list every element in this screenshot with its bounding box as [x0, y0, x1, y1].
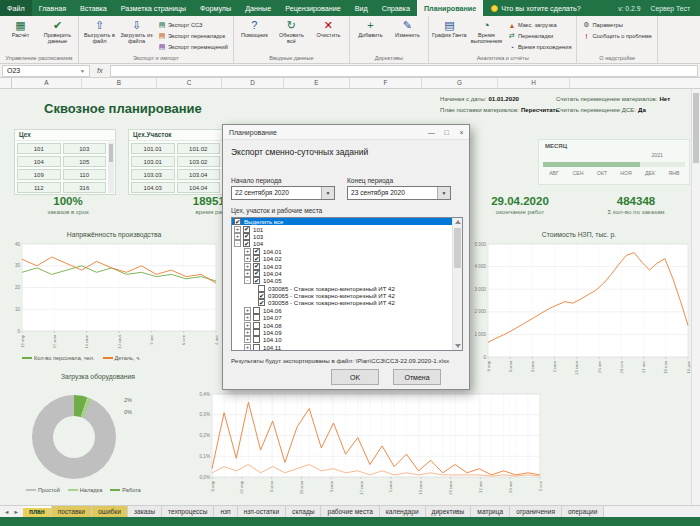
start-period-select[interactable]: 22 сентября 2020 ▼	[231, 186, 335, 200]
timeline-month-1[interactable]: СЕН	[567, 170, 589, 176]
ok-button[interactable]: OK	[331, 369, 379, 385]
expand-toggle-icon[interactable]: +	[244, 344, 251, 350]
expand-toggle-icon[interactable]: +	[244, 329, 251, 336]
tree-item-0[interactable]: Выделить все	[232, 218, 452, 225]
checkbox[interactable]	[253, 277, 260, 284]
column-header-A[interactable]: A	[12, 78, 82, 88]
sheet-tab-ошибки[interactable]: ошибки	[92, 506, 128, 517]
slicer-cell[interactable]: 101	[17, 143, 61, 154]
expand-toggle-icon[interactable]: +	[244, 263, 251, 270]
ribbon-tab-6[interactable]: Рецензирование	[278, 0, 348, 16]
slicer-cell[interactable]: 101.01	[131, 143, 175, 154]
ribbon-tab-9[interactable]: Планирование	[417, 0, 483, 16]
ribbon-tab-7[interactable]: Вид	[348, 0, 375, 16]
slicer-cell[interactable]: 104	[17, 156, 61, 167]
slicer-cell[interactable]: 103.03	[131, 169, 175, 180]
expand-toggle-icon[interactable]: +	[244, 248, 251, 255]
month-timeline-slicer[interactable]: МЕСЯЦ2021АВГСЕНОКТНОЯДЕКЯНВ	[538, 139, 690, 185]
expand-toggle-icon[interactable]: +	[244, 270, 251, 277]
sheet-tab-ограничения[interactable]: ограничения	[510, 506, 562, 517]
ribbon-button-2-2[interactable]: ✕Очистить	[311, 17, 346, 54]
close-icon[interactable]: ×	[454, 125, 469, 140]
timeline-track[interactable]	[543, 162, 685, 167]
ribbon-button-4-3[interactable]: ⇄Переналадки	[506, 31, 574, 41]
sheet-tab-директивы[interactable]: директивы	[426, 506, 472, 517]
expand-toggle-icon[interactable]: +	[234, 226, 241, 233]
tree-item-8[interactable]: -104.05	[232, 277, 452, 284]
expand-toggle-icon[interactable]: -	[244, 277, 251, 284]
slicer-cell[interactable]: 109	[17, 169, 61, 180]
tree-item-10[interactable]: 030065 - Станок токарно-винторезный ИТ 4…	[232, 292, 452, 299]
ribbon-button-1-2[interactable]: ▤Экспорт ССЗ	[156, 20, 230, 30]
slicer-cell[interactable]: 103.01	[131, 156, 175, 167]
chevron-down-icon[interactable]: ▼	[321, 187, 334, 199]
column-header-D[interactable]: D	[222, 78, 284, 88]
column-header-G[interactable]: G	[422, 78, 498, 88]
ribbon-button-2-1[interactable]: ↻Обновить всё	[274, 17, 309, 54]
slicer-cell[interactable]: 103.02	[177, 156, 221, 167]
ribbon-button-1-1[interactable]: ⇩Загрузить из файла	[119, 17, 154, 54]
sheet-nav-right-icon[interactable]: ►	[13, 509, 18, 515]
expand-toggle-icon[interactable]: +	[234, 233, 241, 240]
ribbon-button-4-0[interactable]: ▤График Ганта	[432, 17, 467, 54]
ribbon-tab-2[interactable]: Вставка	[73, 0, 114, 16]
tree-item-3[interactable]: -104	[232, 240, 452, 247]
ribbon-tab-3[interactable]: Разметка страницы	[114, 0, 193, 16]
slicer-scrollbar[interactable]	[108, 142, 114, 193]
vertical-scrollbar[interactable]	[691, 89, 700, 505]
ribbon-tab-0[interactable]: Файл	[0, 0, 32, 16]
expand-toggle-icon[interactable]: +	[244, 314, 251, 321]
tree-item-2[interactable]: +103	[232, 233, 452, 240]
sheet-tab-поставки[interactable]: поставки	[52, 506, 92, 517]
ribbon-tab-5[interactable]: Данные	[238, 0, 278, 16]
sheet-tab-заказы[interactable]: заказы	[128, 506, 162, 517]
tree-item-7[interactable]: +104.04	[232, 270, 452, 277]
chevron-down-icon[interactable]: ▼	[437, 187, 450, 199]
sheet-tab-матрица[interactable]: матрица	[471, 506, 510, 517]
ribbon-button-4-4[interactable]: ◔Время прохождения	[506, 42, 574, 52]
ribbon-tab-8[interactable]: Справка	[375, 0, 417, 16]
end-period-select[interactable]: 23 сентября 2020 ▼	[347, 186, 451, 200]
slicer-cell[interactable]: 104.04	[177, 182, 221, 193]
ribbon-button-4-2[interactable]: ▲Макс. загрузка	[506, 20, 574, 30]
timeline-month-0[interactable]: АВГ	[543, 170, 565, 176]
sheet-tab-склады[interactable]: склады	[286, 506, 321, 517]
timeline-month-2[interactable]: ОКТ	[591, 170, 613, 176]
slicer-cell[interactable]: 112	[17, 182, 61, 193]
slicer-cell[interactable]: 104.03	[131, 182, 175, 193]
scrollbar-thumb[interactable]	[693, 93, 699, 163]
ribbon-button-0-0[interactable]: ▦Расчёт	[3, 17, 38, 54]
expand-toggle-icon[interactable]: +	[244, 322, 251, 329]
slicer-cell[interactable]: 103	[63, 143, 107, 154]
slicer-cell[interactable]: 101.02	[177, 143, 221, 154]
checkbox[interactable]	[258, 299, 265, 306]
tree-item-12[interactable]: +104.06	[232, 307, 452, 314]
timeline-month-5[interactable]: ЯНВ	[663, 170, 685, 176]
ribbon-button-5-0[interactable]: ⚙Параметры	[580, 20, 653, 30]
tree-item-9[interactable]: 030085 - Станок токарно-винторезный ИТ 4…	[232, 285, 452, 292]
tree-item-15[interactable]: +104.09	[232, 329, 452, 336]
cancel-button[interactable]: Отмена	[393, 369, 441, 385]
column-header-F[interactable]: F	[350, 78, 422, 88]
checkbox[interactable]	[253, 329, 260, 336]
expand-toggle-icon[interactable]: +	[244, 307, 251, 314]
tell-me-box[interactable]: Что вы хотите сделать?	[483, 0, 588, 16]
scroll-down-icon[interactable]	[455, 344, 461, 348]
expand-toggle-icon[interactable]: -	[234, 240, 241, 247]
ribbon-button-4-1[interactable]: ◔Время выполнения	[469, 17, 504, 54]
tree-item-14[interactable]: +104.08	[232, 321, 452, 328]
name-box[interactable]: O23 ▼	[2, 65, 90, 77]
ribbon-button-1-0[interactable]: ⇧Выгрузить в файл	[82, 17, 117, 54]
minimize-icon[interactable]: —	[424, 125, 439, 140]
checkbox[interactable]	[253, 314, 260, 321]
sheet-tab-операции[interactable]: операции	[562, 506, 604, 517]
sheet-tab-нзп-остатки[interactable]: нзп-остатки	[238, 506, 286, 517]
tree-item-5[interactable]: +104.02	[232, 255, 452, 262]
chevron-down-icon[interactable]: ▼	[80, 68, 85, 74]
expand-toggle-icon[interactable]: +	[244, 255, 251, 262]
formula-input[interactable]	[110, 65, 698, 77]
dialog-title-bar[interactable]: Планирование — □ ×	[223, 125, 469, 140]
ribbon-button-2-0[interactable]: ?Помощник	[237, 17, 272, 54]
checkbox[interactable]	[253, 336, 260, 343]
tree-item-1[interactable]: +101	[232, 225, 452, 232]
